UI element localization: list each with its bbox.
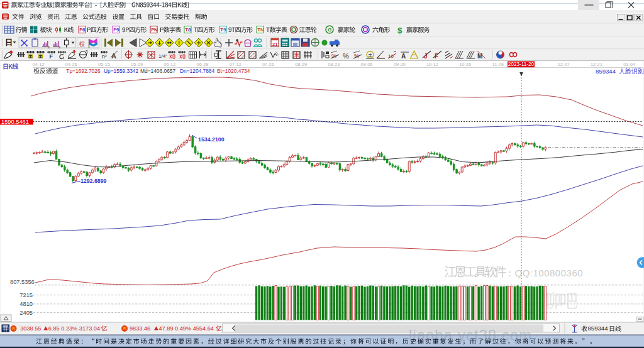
svg-text:7215: 7215 — [19, 292, 33, 298]
svg-text:1534.2100: 1534.2100 — [198, 136, 225, 143]
svg-text:807.5356: 807.5356 — [10, 279, 35, 285]
svg-text:12-07: 12-07 — [558, 62, 570, 67]
svg-text:A: A — [401, 53, 406, 60]
svg-text:1590.5461: 1590.5461 — [1, 119, 29, 125]
svg-text:06-28: 06-28 — [197, 62, 209, 67]
svg-text:Md=1406.0657: Md=1406.0657 — [140, 68, 175, 74]
svg-text:06-12: 06-12 — [164, 62, 175, 67]
svg-text:859344: 859344 — [596, 68, 616, 75]
svg-text:N: N — [154, 27, 158, 33]
svg-text:07-12: 07-12 — [230, 62, 242, 67]
svg-text:Dn=1204.7884: Dn=1204.7884 — [180, 68, 215, 74]
svg-text:21: 21 — [272, 41, 277, 47]
svg-text:1/4": 1/4" — [158, 53, 167, 59]
svg-text:09-20: 09-20 — [394, 62, 406, 67]
svg-text:Up=1559.3342: Up=1559.3342 — [104, 68, 139, 74]
svg-text:10-26: 10-26 — [459, 62, 471, 67]
svg-text:%: % — [343, 52, 349, 60]
svg-text:3: 3 — [86, 50, 88, 54]
svg-text:G: G — [328, 27, 331, 33]
svg-text:05-15: 05-15 — [98, 62, 110, 67]
svg-text:05-29: 05-29 — [131, 62, 143, 67]
svg-text:M: M — [477, 53, 482, 60]
svg-text:liaoba.yct38.com: liaoba.yct38.com — [409, 327, 532, 344]
svg-text:08-09: 08-09 — [295, 62, 307, 67]
svg-text:9: 9 — [223, 27, 226, 33]
svg-text:n²: n² — [102, 53, 107, 60]
svg-text:8: 8 — [188, 27, 191, 33]
svg-text:日: 日 — [5, 38, 13, 47]
svg-text:12-21: 12-21 — [591, 62, 602, 67]
svg-text:08-23: 08-23 — [328, 62, 340, 67]
svg-text:47.89 0.49% 4554.64: 47.89 0.49% 4554.64 — [159, 325, 214, 332]
svg-text:2023-11-20: 2023-11-20 — [508, 62, 535, 67]
svg-text:Tp=1692.7026: Tp=1692.7026 — [66, 68, 101, 74]
svg-text:859344: 859344 — [588, 325, 609, 332]
svg-text:F: F — [50, 53, 53, 60]
svg-text:：QQ:100800360: ：QQ:100800360 — [505, 268, 583, 278]
svg-text:9833.46: 9833.46 — [130, 325, 150, 332]
svg-text:6.85 0.23% 3173.04: 6.85 0.23% 3173.04 — [48, 325, 100, 332]
svg-text:04-12: 04-12 — [33, 62, 45, 67]
svg-text:Bt=1020.4734: Bt=1020.4734 — [217, 68, 250, 74]
svg-text:10-12: 10-12 — [426, 62, 438, 67]
svg-text:-1292.6899: -1292.6899 — [79, 178, 107, 184]
svg-text:11-09: 11-09 — [492, 62, 504, 67]
svg-text:04-26: 04-26 — [65, 62, 77, 67]
svg-text:3038.55: 3038.55 — [20, 325, 41, 332]
svg-text:01-04: 01-04 — [623, 62, 635, 67]
svg-text:2405: 2405 — [19, 310, 33, 316]
svg-text:07-26: 07-26 — [262, 62, 274, 67]
svg-text:4810: 4810 — [19, 301, 33, 307]
svg-text:$: $ — [397, 26, 402, 35]
svg-text:N: N — [260, 27, 264, 33]
svg-text:8: 8 — [82, 27, 86, 33]
svg-text:09-06: 09-06 — [361, 62, 373, 67]
svg-text:9: 9 — [116, 27, 119, 33]
